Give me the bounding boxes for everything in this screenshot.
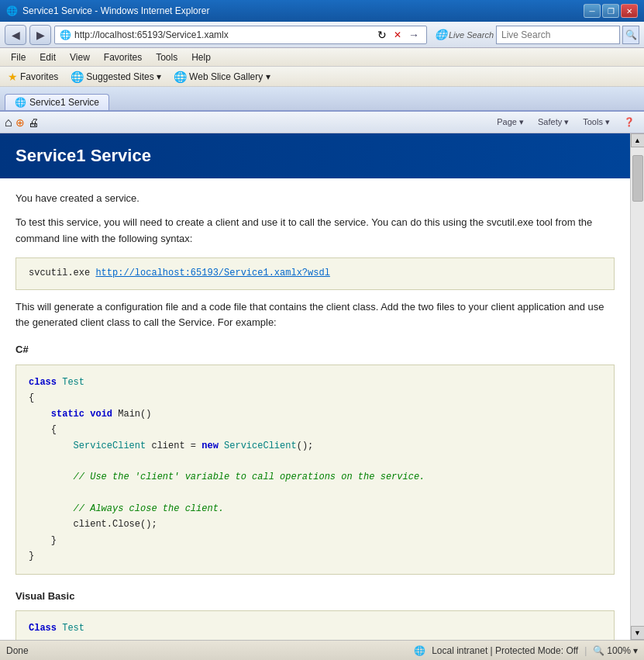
vb-line-2: Shared Sub Main() xyxy=(29,637,601,640)
csharp-line-8 xyxy=(29,485,601,501)
page-header: Service1 Service xyxy=(0,133,630,178)
web-slice-icon: 🌐 xyxy=(174,71,187,83)
csharp-line-12: } xyxy=(29,548,601,564)
csharp-line-10: client.Close(); xyxy=(29,517,601,532)
zoom-control[interactable]: 🔍 100% ▾ xyxy=(593,645,638,656)
print-icon[interactable]: 🖨 xyxy=(28,116,39,129)
window-title: Service1 Service - Windows Internet Expl… xyxy=(22,5,209,16)
title-bar-controls: ─ ❐ ✕ xyxy=(584,4,638,18)
csharp-code-block: class Test { static void Main() { Servic… xyxy=(15,365,615,575)
toolbar-right: Page ▾ Safety ▾ Tools ▾ ❓ xyxy=(492,116,639,129)
toolbar-left: ⌂ ⊕ 🖨 xyxy=(5,116,39,130)
svcutil-prefix: svcutil.exe xyxy=(29,268,95,278)
menu-view[interactable]: View xyxy=(64,50,96,64)
stop-icon[interactable]: ✕ xyxy=(394,29,401,40)
tab-label: Service1 Service xyxy=(29,97,99,108)
search-container: 🌐 Live Search 🔍 xyxy=(435,26,639,44)
search-logo-icon: 🌐 xyxy=(435,29,447,40)
vertical-scrollbar: ▲ ▼ xyxy=(630,133,644,640)
zoom-chevron-icon: ▾ xyxy=(633,645,638,656)
suggested-sites-icon: 🌐 xyxy=(71,71,84,83)
search-logo: 🌐 Live Search xyxy=(435,29,494,40)
search-button[interactable]: 🔍 xyxy=(622,26,639,44)
intro-paragraph: You have created a service. xyxy=(15,191,615,207)
csharp-line-2: { xyxy=(29,390,601,406)
browser-icon: 🌐 xyxy=(6,5,18,16)
scroll-down-button[interactable]: ▼ xyxy=(631,626,645,640)
favorites-label: Favorites xyxy=(20,71,58,82)
csharp-line-11: } xyxy=(29,533,601,548)
tab-icon: 🌐 xyxy=(15,97,26,108)
address-text: http://localhost:65193/Service1.xamlx xyxy=(74,29,375,40)
menu-file[interactable]: File xyxy=(5,50,32,64)
scroll-up-button[interactable]: ▲ xyxy=(631,133,645,147)
menu-bar: File Edit View Favorites Tools Help xyxy=(0,48,644,67)
csharp-line-9: // Always close the client. xyxy=(29,501,601,517)
vb-code-block: Class Test Shared Sub Main() Dim client … xyxy=(15,610,615,640)
status-text: Done xyxy=(6,645,414,656)
home-icon[interactable]: ⌂ xyxy=(5,116,12,130)
tab-bar: 🌐 Service1 Service xyxy=(0,87,644,112)
page-title: Service1 Service xyxy=(15,146,151,165)
browser-tab[interactable]: 🌐 Service1 Service xyxy=(5,94,109,110)
suggested-sites-button[interactable]: 🌐 Suggested Sites ▾ xyxy=(67,70,164,84)
address-bar: 🌐 http://localhost:65193/Service1.xamlx … xyxy=(54,26,427,44)
csharp-line-7: // Use the 'client' variable to call ope… xyxy=(29,469,601,485)
tools-button[interactable]: Tools ▾ xyxy=(578,116,615,129)
zoom-icon: 🔍 xyxy=(593,645,604,656)
title-bar-left: 🌐 Service1 Service - Windows Internet Ex… xyxy=(6,5,209,16)
minimize-button[interactable]: ─ xyxy=(584,4,601,18)
search-label: Live Search xyxy=(449,30,494,40)
forward-button[interactable]: ▶ xyxy=(29,25,51,45)
status-separator: | xyxy=(584,645,587,656)
zoom-level: 100% xyxy=(607,645,631,656)
nav-bar: ◀ ▶ 🌐 http://localhost:65193/Service1.xa… xyxy=(0,22,644,48)
rss-icon[interactable]: ⊕ xyxy=(15,116,25,129)
zone-label: Local intranet | Protected Mode: Off xyxy=(432,645,578,656)
restore-button[interactable]: ❐ xyxy=(602,4,619,18)
favorites-button[interactable]: ★ Favorites xyxy=(5,70,61,84)
vb-label: Visual Basic xyxy=(15,589,615,605)
web-slice-gallery-button[interactable]: 🌐 Web Slice Gallery ▾ xyxy=(170,70,273,84)
suggested-sites-label: Suggested Sites ▾ xyxy=(86,71,161,82)
scroll-thumb[interactable] xyxy=(632,155,643,202)
help-button[interactable]: ❓ xyxy=(619,116,639,129)
address-nav-icons: ↻ ✕ → xyxy=(375,29,422,41)
menu-help[interactable]: Help xyxy=(185,50,217,64)
close-button[interactable]: ✕ xyxy=(621,4,638,18)
status-bar: Done 🌐 Local intranet | Protected Mode: … xyxy=(0,640,644,660)
go-arrow-icon[interactable]: → xyxy=(408,29,419,41)
csharp-line-5: ServiceClient client = new ServiceClient… xyxy=(29,438,601,454)
svcutil-url-link[interactable]: http://localhost:65193/Service1.xamlx?ws… xyxy=(95,268,329,278)
refresh-icon[interactable]: ↻ xyxy=(377,29,387,41)
csharp-line-4: { xyxy=(29,422,601,437)
back-button[interactable]: ◀ xyxy=(5,25,26,45)
favorites-bar: ★ Favorites 🌐 Suggested Sites ▾ 🌐 Web Sl… xyxy=(0,67,644,87)
star-icon: ★ xyxy=(8,71,18,83)
vb-line-1: Class Test xyxy=(29,620,601,636)
csharp-line-1: class Test xyxy=(29,375,601,390)
toolbar-row: ⌂ ⊕ 🖨 Page ▾ Safety ▾ Tools ▾ ❓ xyxy=(0,112,644,133)
scroll-track[interactable] xyxy=(631,147,644,626)
menu-favorites[interactable]: Favorites xyxy=(98,50,148,64)
csharp-line-6 xyxy=(29,454,601,469)
browser-address-icon: 🌐 xyxy=(60,29,71,40)
svcutil-code-box: svcutil.exe http://localhost:65193/Servi… xyxy=(15,257,615,289)
status-right: 🌐 Local intranet | Protected Mode: Off |… xyxy=(414,645,638,656)
page-button[interactable]: Page ▾ xyxy=(492,116,529,129)
csharp-label: C# xyxy=(15,342,615,358)
description-paragraph: To test this service, you will need to c… xyxy=(15,215,615,247)
menu-edit[interactable]: Edit xyxy=(33,50,62,64)
search-input[interactable] xyxy=(496,26,620,44)
title-bar: 🌐 Service1 Service - Windows Internet Ex… xyxy=(0,0,644,22)
csharp-line-3: static void Main() xyxy=(29,406,601,422)
content-area: Service1 Service You have created a serv… xyxy=(0,133,630,640)
zone-icon: 🌐 xyxy=(414,645,425,656)
web-slice-label: Web Slice Gallery ▾ xyxy=(189,71,270,82)
browser-content: Service1 Service You have created a serv… xyxy=(0,133,644,640)
page-body: You have created a service. To test this… xyxy=(0,178,630,640)
safety-button[interactable]: Safety ▾ xyxy=(533,116,573,129)
after-svcutil-paragraph: This will generate a configuration file … xyxy=(15,299,615,332)
menu-tools[interactable]: Tools xyxy=(150,50,184,64)
